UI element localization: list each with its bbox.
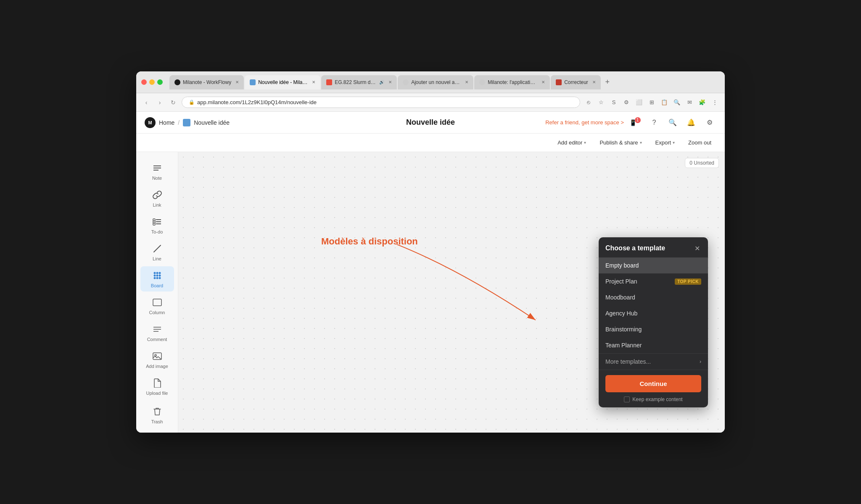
template-label-agency: Agency Hub xyxy=(605,310,637,317)
home-logo: M xyxy=(145,117,156,128)
tab-close-5[interactable]: ✕ xyxy=(541,80,545,84)
sidebar-item-board[interactable]: Board xyxy=(140,266,174,291)
sidebar-label-link: Link xyxy=(153,202,161,207)
tab-correcteur[interactable]: Correcteur ✕ xyxy=(551,75,601,89)
svg-point-11 xyxy=(156,272,158,274)
main-canvas[interactable]: 0 Unsorted Modèles à disposition Ch xyxy=(178,152,725,433)
maximize-window-btn[interactable] xyxy=(157,79,163,85)
zoom-out-button[interactable]: Zoom out xyxy=(683,137,716,148)
sidebar-item-column[interactable]: Column xyxy=(140,293,174,318)
tab-app[interactable]: Milanote: l'application po... ✕ xyxy=(474,75,550,89)
ext6-icon[interactable]: 🔍 xyxy=(672,97,682,108)
ext5-icon[interactable]: 📋 xyxy=(659,97,669,108)
more-templates-item[interactable]: More templates... › xyxy=(599,353,708,370)
sidebar-label-comment: Comment xyxy=(147,337,167,342)
back-button[interactable]: ‹ xyxy=(141,97,151,108)
column-icon xyxy=(151,297,163,308)
template-dialog: Choose a template ✕ Empty board Project … xyxy=(599,237,708,407)
chevron-down-icon: ▾ xyxy=(673,140,675,145)
menu-icon[interactable]: ⋮ xyxy=(710,97,720,108)
app-header: M Home / Nouvelle idée Nouvelle idée Ref… xyxy=(136,112,725,134)
template-item-team[interactable]: Team Planner xyxy=(599,337,708,353)
tab-close-1[interactable]: ✕ xyxy=(235,80,239,84)
annotation-text: Modèles à disposition xyxy=(321,236,418,247)
continue-button[interactable]: Continue xyxy=(605,375,701,392)
add-editor-button[interactable]: Add editor ▾ xyxy=(552,137,591,148)
tab-nouvelle-idee[interactable]: Nouvelle idée - Milanote ✕ xyxy=(245,75,320,89)
new-tab-button[interactable]: + xyxy=(602,76,613,88)
tab-milanote-workflowy[interactable]: Milanote - WorkFlowy ✕ xyxy=(169,75,244,89)
cast-icon[interactable]: ⎋ xyxy=(584,97,594,108)
template-item-agency[interactable]: Agency Hub xyxy=(599,305,708,321)
ext2-icon[interactable]: ⚙ xyxy=(621,97,631,108)
browser-action-icons: ⎋ ☆ S ⚙ ⬜ ⊞ 📋 🔍 ✉ 🧩 ⋮ xyxy=(584,97,720,108)
export-button[interactable]: Export ▾ xyxy=(650,137,680,148)
more-templates-chevron-icon: › xyxy=(700,359,701,365)
tab-close-4[interactable]: ✕ xyxy=(465,80,468,84)
tab-ajouter[interactable]: Ajouter un nouvel article... ✕ xyxy=(398,75,473,89)
tab-close-3[interactable]: ✕ xyxy=(388,80,392,84)
tab-close-2[interactable]: ✕ xyxy=(312,80,315,84)
lock-icon: 🔒 xyxy=(189,100,195,105)
template-item-empty[interactable]: Empty board xyxy=(599,257,708,273)
dialog-close-button[interactable]: ✕ xyxy=(693,244,701,252)
url-text: app.milanote.com/1L2z9K1l0pQ14m/nouvelle… xyxy=(197,99,317,105)
star-icon[interactable]: ☆ xyxy=(596,97,606,108)
keep-example-row: Keep example content xyxy=(605,396,701,402)
ext1-icon[interactable]: S xyxy=(609,97,619,108)
sidebar-item-note[interactable]: Note xyxy=(140,159,174,184)
more-templates-label: More templates... xyxy=(605,358,651,365)
sidebar-label-trash: Trash xyxy=(151,419,163,424)
tab-slurm[interactable]: EG.822 Slurm dans EC... 🔊 ✕ xyxy=(321,75,397,89)
tab-favicon-1 xyxy=(174,79,180,85)
refresh-button[interactable]: ↻ xyxy=(168,97,178,108)
close-window-btn[interactable] xyxy=(141,79,147,85)
url-bar[interactable]: 🔒 app.milanote.com/1L2z9K1l0pQ14m/nouvel… xyxy=(182,97,580,108)
tab-favicon-2 xyxy=(250,79,256,85)
template-item-brainstorming[interactable]: Brainstorming xyxy=(599,321,708,337)
sidebar-item-todo[interactable]: To-do xyxy=(140,213,174,238)
sidebar-item-trash[interactable]: Trash xyxy=(140,402,174,428)
sidebar-item-upload-file[interactable]: Upload file xyxy=(140,374,174,399)
ext4-icon[interactable]: ⊞ xyxy=(647,97,657,108)
ext7-icon[interactable]: ✉ xyxy=(684,97,695,108)
svg-rect-8 xyxy=(153,223,155,225)
breadcrumb-current[interactable]: Nouvelle idée xyxy=(194,119,230,126)
svg-point-12 xyxy=(158,272,161,274)
breadcrumb: M Home / Nouvelle idée xyxy=(145,117,230,128)
dialog-footer: Continue Keep example content xyxy=(599,370,708,407)
help-icon[interactable]: ? xyxy=(647,116,661,129)
breadcrumb-home[interactable]: Home xyxy=(159,119,174,126)
sidebar-label-line: Line xyxy=(153,256,161,261)
settings-icon[interactable]: ⚙ xyxy=(703,116,716,129)
tab-close-6[interactable]: ✕ xyxy=(592,80,596,84)
add-image-icon xyxy=(151,350,163,362)
sidebar-item-comment[interactable]: Comment xyxy=(140,320,174,345)
sidebar-label-todo: To-do xyxy=(151,229,163,234)
mobile-icon[interactable]: 📱1 xyxy=(629,116,642,129)
sidebar-item-link[interactable]: Link xyxy=(140,186,174,211)
sidebar-label-upload-file: Upload file xyxy=(146,391,168,396)
publish-share-button[interactable]: Publish & share ▾ xyxy=(594,137,647,148)
tab-label-5: Milanote: l'application po... xyxy=(488,79,537,85)
template-item-moodboard[interactable]: Moodboard xyxy=(599,289,708,305)
toolbar: Add editor ▾ Publish & share ▾ Export ▾ … xyxy=(136,134,725,152)
canvas-annotation: Modèles à disposition xyxy=(321,236,418,247)
svg-line-9 xyxy=(154,245,161,252)
forward-button[interactable]: › xyxy=(155,97,165,108)
puzzle-icon[interactable]: 🧩 xyxy=(697,97,707,108)
tab-favicon-4 xyxy=(403,79,409,85)
sidebar-item-line[interactable]: Line xyxy=(140,239,174,265)
titlebar: Milanote - WorkFlowy ✕ Nouvelle idée - M… xyxy=(136,71,725,93)
template-label-empty: Empty board xyxy=(605,262,639,269)
ext3-icon[interactable]: ⬜ xyxy=(634,97,644,108)
template-item-project[interactable]: Project Plan TOP PICK xyxy=(599,273,708,289)
minimize-window-btn[interactable] xyxy=(149,79,155,85)
search-icon[interactable]: 🔍 xyxy=(666,116,679,129)
chevron-down-icon: ▾ xyxy=(584,140,586,145)
refer-link[interactable]: Refer a friend, get more space > xyxy=(545,119,624,126)
sidebar-item-add-image[interactable]: Add image xyxy=(140,347,174,372)
tab-label-4: Ajouter un nouvel article... xyxy=(411,79,461,85)
notifications-icon[interactable]: 🔔 xyxy=(684,116,698,129)
keep-example-checkbox[interactable] xyxy=(624,396,630,402)
